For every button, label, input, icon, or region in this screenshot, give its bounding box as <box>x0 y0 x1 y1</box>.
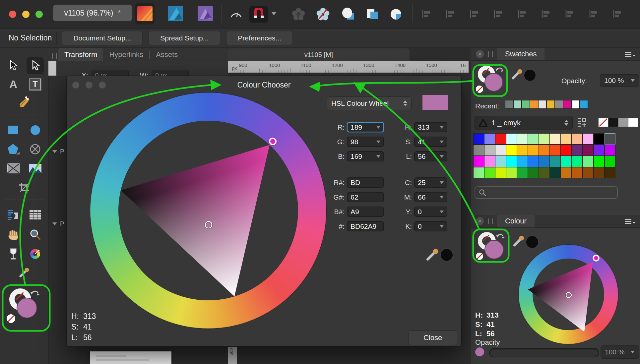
fill-swatch[interactable] <box>484 240 504 259</box>
swatch-cell[interactable] <box>506 156 517 167</box>
distribute-vertical-button[interactable] <box>442 7 460 22</box>
swatch-cell[interactable] <box>528 156 539 167</box>
value-input[interactable]: 56 <box>414 151 447 161</box>
pen-tool[interactable] <box>16 93 33 111</box>
opacity-slider[interactable] <box>489 348 599 357</box>
panel-grip[interactable] <box>52 53 57 59</box>
picture-frame-tool[interactable] <box>5 160 22 177</box>
subtract-boolean-button[interactable] <box>363 6 381 23</box>
panel-close-icon[interactable]: ✕ <box>476 50 484 58</box>
panel-grip-icon[interactable] <box>488 218 493 224</box>
swatch-cell[interactable] <box>473 145 484 156</box>
value-input[interactable]: 0 <box>414 221 447 231</box>
utility-swatch[interactable] <box>618 118 628 127</box>
swatch-cell[interactable] <box>550 145 561 156</box>
swatch-cell[interactable] <box>594 145 605 156</box>
recent-swatch[interactable] <box>555 100 563 109</box>
colour-picker-tool[interactable] <box>27 245 44 263</box>
swatch-cell[interactable] <box>506 133 517 145</box>
swatch-cell[interactable] <box>539 156 550 167</box>
swap-fill-stroke-icon[interactable] <box>30 288 40 298</box>
node-tool[interactable] <box>27 57 44 74</box>
no-colour-swatch[interactable] <box>7 314 15 323</box>
align-center-horizontal-button[interactable] <box>490 7 507 22</box>
swatch-cell[interactable] <box>539 167 550 178</box>
opacity-select[interactable]: 100 % <box>601 345 639 359</box>
swatches-fill-stroke-selector[interactable] <box>475 65 507 95</box>
tab-transform[interactable]: Transform <box>58 48 103 61</box>
vector-crop-tool[interactable] <box>16 179 33 196</box>
hue-ring-selector[interactable] <box>593 255 600 262</box>
picked-colour-well[interactable] <box>524 69 536 82</box>
photo-app-button[interactable] <box>196 3 215 25</box>
fill-swatch[interactable] <box>17 298 37 318</box>
swatch-cell[interactable] <box>605 167 615 178</box>
swatch-cell[interactable] <box>495 156 506 167</box>
distribute-horizontal-button[interactable] <box>418 7 436 22</box>
swatch-cell[interactable] <box>583 156 594 167</box>
close-traffic-light[interactable] <box>9 11 16 18</box>
swap-fill-stroke-icon[interactable] <box>495 65 504 74</box>
snapping-button[interactable] <box>249 6 268 23</box>
publisher-app-button[interactable] <box>135 3 155 25</box>
swatch-cell[interactable] <box>484 133 495 145</box>
swatch-cell[interactable] <box>473 167 484 178</box>
swatch-cell[interactable] <box>528 133 539 145</box>
swatch-cell[interactable] <box>605 156 615 167</box>
recent-swatch[interactable] <box>538 100 546 109</box>
swatch-cell[interactable] <box>561 145 572 156</box>
swatch-cell[interactable] <box>517 156 528 167</box>
swatch-cell[interactable] <box>528 145 539 156</box>
tab-assets[interactable]: Assets <box>150 48 184 61</box>
swatch-cell[interactable] <box>517 167 528 178</box>
place-image-tool[interactable] <box>27 160 44 177</box>
swap-fill-stroke-icon[interactable] <box>496 231 505 240</box>
recent-swatch[interactable] <box>505 100 513 109</box>
swatch-cell[interactable] <box>506 167 517 178</box>
swatch-cell[interactable] <box>528 167 539 178</box>
fill-swatch[interactable] <box>484 73 503 91</box>
zoom-tool[interactable] <box>27 226 44 243</box>
panel-close-icon[interactable]: ✕ <box>476 217 484 225</box>
swatch-cell[interactable] <box>594 167 605 178</box>
swatch-cell[interactable] <box>495 167 506 178</box>
recent-swatch[interactable] <box>580 100 588 109</box>
align-bottom-button[interactable] <box>586 7 603 22</box>
table-tool[interactable] <box>27 206 44 223</box>
align-middle-button[interactable] <box>562 7 579 22</box>
preview-mode-button[interactable] <box>227 6 245 23</box>
recent-swatch[interactable] <box>546 100 555 109</box>
add-palette-icon[interactable] <box>577 118 587 128</box>
spread-setup-button[interactable]: Spread Setup... <box>149 31 220 45</box>
view-tool[interactable] <box>5 226 22 243</box>
saturation-triangle[interactable] <box>519 245 618 344</box>
swatch-cell[interactable] <box>572 167 583 178</box>
swatch-cell[interactable] <box>495 145 506 156</box>
palette-select[interactable]: 1 _ cmyk <box>475 116 573 130</box>
rectangle-tool[interactable] <box>5 121 22 139</box>
colour-model-select[interactable]: HSL Colour Wheel <box>327 96 412 110</box>
no-colour-swatch[interactable] <box>476 253 483 260</box>
value-input[interactable]: 0 <box>414 207 447 217</box>
frame-text-tool[interactable]: T <box>27 76 44 93</box>
swatch-cell[interactable] <box>572 145 583 156</box>
preferences-button[interactable]: Preferences... <box>226 31 293 45</box>
recent-swatch[interactable] <box>571 100 580 109</box>
snapping-dropdown-arrow[interactable] <box>271 12 277 15</box>
minimize-traffic-light[interactable] <box>22 11 30 18</box>
divide-boolean-button[interactable] <box>387 6 405 23</box>
close-button[interactable]: Close <box>408 331 457 345</box>
swatches-tab[interactable]: Swatches <box>497 48 544 60</box>
swatch-cell[interactable] <box>594 156 605 167</box>
recent-swatch[interactable] <box>522 100 530 109</box>
swatch-cell[interactable] <box>550 133 561 145</box>
swatch-cell[interactable] <box>506 145 517 156</box>
add-boolean-button[interactable] <box>339 6 357 23</box>
ellipse-tool[interactable] <box>27 121 44 139</box>
recent-swatch[interactable] <box>530 100 538 109</box>
swatch-cell[interactable] <box>484 145 495 156</box>
swatch-cell[interactable] <box>539 133 550 145</box>
document-setup-button[interactable]: Document Setup... <box>62 31 143 45</box>
swatch-search-input[interactable] <box>475 186 618 199</box>
horizontal-ruler[interactable]: px 90010001100120013001400150016 <box>228 61 469 73</box>
